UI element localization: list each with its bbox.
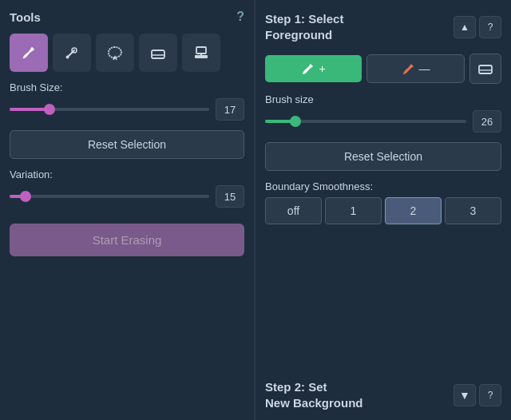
step1-header: Step 1: SelectForeground ▲ ? xyxy=(265,10,501,44)
svg-rect-8 xyxy=(479,65,492,73)
right-brush-size-label: Brush size xyxy=(265,93,501,105)
brush-size-value: 17 xyxy=(216,98,244,121)
brush-remove-button[interactable]: — xyxy=(366,54,465,83)
right-brush-size-thumb[interactable] xyxy=(290,116,301,127)
brush-size-thumb[interactable] xyxy=(44,104,55,115)
left-panel-title: Tools xyxy=(10,10,41,24)
left-panel-header: Tools ? xyxy=(10,10,244,24)
brush-remove-icon xyxy=(402,61,416,76)
brush-add-label: + xyxy=(319,62,325,75)
variation-value: 15 xyxy=(216,185,244,208)
svg-rect-6 xyxy=(195,55,208,58)
right-brush-size-slider[interactable] xyxy=(265,120,466,123)
brush-size-row: 17 xyxy=(10,98,244,121)
chevron-down-icon: ▼ xyxy=(459,389,470,402)
step1-title: Step 1: SelectForeground xyxy=(265,11,343,42)
svg-point-2 xyxy=(66,56,69,59)
smoothness-row: off 1 2 3 xyxy=(265,197,501,224)
svg-line-0 xyxy=(68,50,74,57)
smoothness-off-button[interactable]: off xyxy=(265,197,322,224)
step2-header: Step 2: SetNew Background ▼ ? xyxy=(265,373,501,410)
brush-size-section: Brush Size: 17 xyxy=(10,81,244,121)
eraser-icon xyxy=(149,44,167,61)
brush-add-icon xyxy=(301,61,315,76)
variation-thumb[interactable] xyxy=(20,191,31,202)
left-reset-selection-button[interactable]: Reset Selection xyxy=(10,130,244,159)
smoothness-1-button[interactable]: 1 xyxy=(325,197,382,224)
left-panel: Tools ? xyxy=(0,0,256,420)
lasso-tool-button[interactable] xyxy=(96,34,134,72)
step2-down-button[interactable]: ▼ xyxy=(454,384,476,406)
smoothness-3-button[interactable]: 3 xyxy=(445,197,501,224)
erase-mode-icon xyxy=(477,61,493,77)
brush-size-slider[interactable] xyxy=(10,108,209,111)
eraser-tool-button[interactable] xyxy=(139,34,177,72)
right-brush-size-value: 26 xyxy=(473,110,501,133)
tools-row xyxy=(10,34,244,72)
variation-section: Variation: 15 xyxy=(10,168,244,208)
variation-label: Variation: xyxy=(10,168,244,180)
eyedropper-tool-button[interactable] xyxy=(53,34,91,72)
brush-remove-label: — xyxy=(419,62,430,75)
svg-rect-3 xyxy=(152,50,164,58)
left-help-button[interactable]: ? xyxy=(236,10,244,24)
variation-slider[interactable] xyxy=(10,195,209,198)
brush-icon xyxy=(20,44,38,61)
step1-controls: ▲ ? xyxy=(454,16,501,38)
step1-up-button[interactable]: ▲ xyxy=(454,16,476,38)
boundary-section: Boundary Smoothness: off 1 2 3 xyxy=(265,180,501,224)
erase-mode-button[interactable] xyxy=(469,53,501,84)
right-brush-size-row: 26 xyxy=(265,110,501,133)
right-reset-selection-button[interactable]: Reset Selection xyxy=(265,142,501,171)
step2-controls: ▼ ? xyxy=(454,384,501,406)
svg-rect-5 xyxy=(196,47,206,53)
stamp-tool-button[interactable] xyxy=(182,34,220,72)
brush-tool-button[interactable] xyxy=(10,34,48,72)
lasso-icon xyxy=(106,44,124,61)
right-brush-size-section: Brush size 26 xyxy=(265,93,501,133)
brush-size-label: Brush Size: xyxy=(10,81,244,93)
variation-row: 15 xyxy=(10,185,244,208)
start-erasing-button[interactable]: Start Erasing xyxy=(10,224,244,256)
stamp-icon xyxy=(192,44,210,61)
right-panel: Step 1: SelectForeground ▲ ? + — Brush s xyxy=(256,0,511,420)
step2-title: Step 2: SetNew Background xyxy=(265,379,363,410)
brush-mode-row: + — xyxy=(265,53,501,84)
step2-help-button[interactable]: ? xyxy=(479,384,501,406)
boundary-smoothness-label: Boundary Smoothness: xyxy=(265,180,501,192)
step1-help-button[interactable]: ? xyxy=(479,16,501,38)
eyedropper-icon xyxy=(63,44,81,61)
smoothness-2-button[interactable]: 2 xyxy=(385,197,442,224)
brush-add-button[interactable]: + xyxy=(265,55,362,82)
